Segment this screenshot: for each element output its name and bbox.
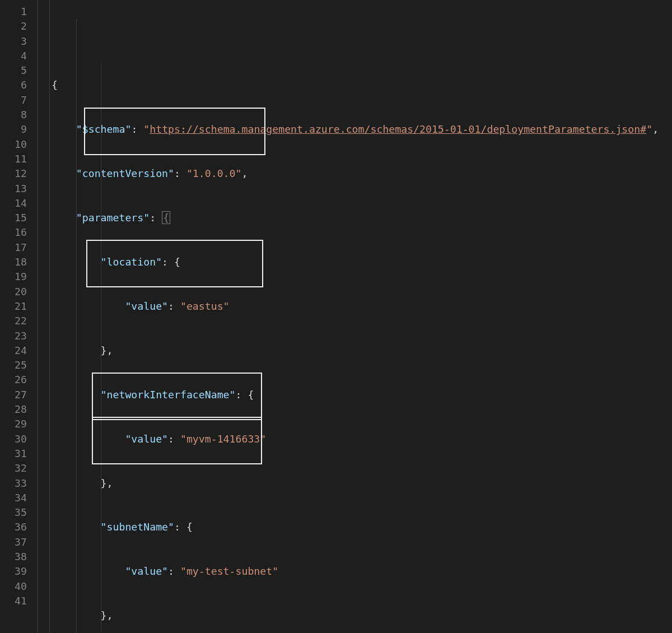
- line-number: 17: [0, 240, 27, 255]
- line-number: 1: [0, 4, 27, 19]
- fold-ruler: [37, 0, 52, 633]
- line-number: 24: [0, 343, 27, 358]
- line-number: 19: [0, 269, 27, 284]
- line-number: 22: [0, 314, 27, 328]
- line-number: 2: [0, 19, 27, 34]
- line-number: 4: [0, 49, 27, 63]
- line-number: 37: [0, 535, 27, 550]
- line-number: 38: [0, 550, 27, 564]
- line-number: 26: [0, 373, 27, 387]
- code-line[interactable]: "parameters": {: [52, 211, 672, 225]
- code-content[interactable]: { "$schema": "https://schema.management.…: [52, 0, 672, 633]
- code-line[interactable]: "$schema": "https://schema.management.az…: [52, 122, 672, 137]
- line-number: 39: [0, 564, 27, 579]
- code-line[interactable]: "subnetName": {: [52, 520, 672, 534]
- code-line[interactable]: },: [52, 608, 672, 623]
- code-line[interactable]: "contentVersion": "1.0.0.0",: [52, 166, 672, 181]
- code-line[interactable]: },: [52, 343, 672, 358]
- line-number: 36: [0, 520, 27, 534]
- line-number: 29: [0, 417, 27, 431]
- line-number: 35: [0, 505, 27, 520]
- line-number: 5: [0, 63, 27, 78]
- line-number: 27: [0, 388, 27, 402]
- line-number: 40: [0, 579, 27, 594]
- line-number: 31: [0, 446, 27, 461]
- line-number: 14: [0, 196, 27, 211]
- code-line[interactable]: "networkInterfaceName": {: [52, 388, 672, 402]
- line-number: 11: [0, 152, 27, 166]
- line-number: 21: [0, 299, 27, 314]
- line-number: 30: [0, 432, 27, 446]
- bracket-cursor: {: [162, 211, 170, 224]
- line-number: 20: [0, 285, 27, 299]
- code-editor[interactable]: 1 2 3 4 5 6 7 8 9 10 11 12 13 14 15 16 1…: [0, 0, 672, 633]
- line-number: 12: [0, 166, 27, 181]
- line-number: 7: [0, 93, 27, 108]
- line-number: 6: [0, 78, 27, 92]
- code-line[interactable]: },: [52, 476, 672, 491]
- code-line[interactable]: "location": {: [52, 255, 672, 269]
- code-line[interactable]: "value": "eastus": [52, 299, 672, 314]
- line-number: 8: [0, 108, 27, 122]
- line-number: 9: [0, 122, 27, 137]
- line-number: 18: [0, 255, 27, 269]
- code-line[interactable]: {: [52, 78, 672, 92]
- line-number: 10: [0, 137, 27, 152]
- code-line[interactable]: "value": "my-test-subnet": [52, 564, 672, 579]
- line-number: 28: [0, 402, 27, 417]
- line-number: 32: [0, 461, 27, 476]
- line-number-gutter: 1 2 3 4 5 6 7 8 9 10 11 12 13 14 15 16 1…: [0, 0, 37, 633]
- line-number: 41: [0, 594, 27, 608]
- line-number: 16: [0, 225, 27, 240]
- line-number: 34: [0, 491, 27, 505]
- line-number: 13: [0, 181, 27, 196]
- line-number: 23: [0, 329, 27, 343]
- code-line[interactable]: "value": "myvm-1416633": [52, 432, 672, 446]
- line-number: 33: [0, 476, 27, 491]
- line-number: 3: [0, 34, 27, 49]
- line-number: 25: [0, 358, 27, 373]
- line-number: 15: [0, 211, 27, 225]
